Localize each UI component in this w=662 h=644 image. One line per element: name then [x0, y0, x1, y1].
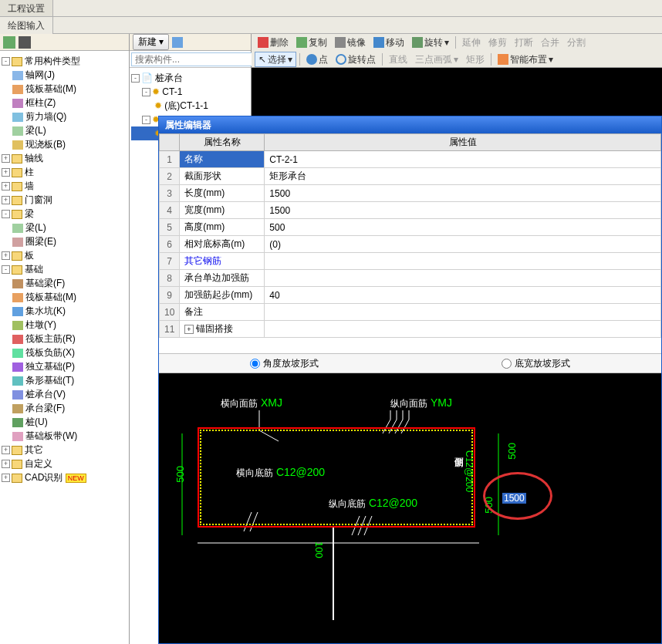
- prop-name[interactable]: 备注: [180, 304, 265, 321]
- mid-tool-icon[interactable]: [172, 37, 183, 48]
- smart-layout-button[interactable]: 智能布置 ▾: [495, 52, 556, 67]
- prop-name[interactable]: 高度(mm): [180, 219, 265, 236]
- tree-raft[interactable]: 筏板基础(M): [25, 83, 76, 94]
- raft2-icon: [12, 293, 23, 302]
- tree-cols[interactable]: 柱: [25, 167, 34, 177]
- rotate-icon: [412, 37, 423, 48]
- tree-iso-found[interactable]: 独立基础(P): [25, 361, 75, 372]
- cap-beam-icon: [12, 404, 23, 413]
- tree-beam-group[interactable]: 梁: [25, 208, 34, 219]
- tree-sump[interactable]: 集水坑(K): [25, 305, 66, 316]
- trim-button: 修剪: [485, 35, 510, 50]
- raft-icon: [12, 85, 23, 94]
- prop-value[interactable]: 1500: [265, 185, 661, 202]
- tree-pile-cap[interactable]: 桩承台(V): [25, 389, 66, 400]
- tree-axis-grid[interactable]: 轴网(J): [25, 69, 55, 80]
- radio-width-slope[interactable]: 底宽放坡形式: [502, 357, 570, 370]
- tab-drawing-input[interactable]: 绘图输入: [0, 17, 53, 34]
- tree-strip-found[interactable]: 条形基础(T): [25, 375, 74, 386]
- tree-beam-l[interactable]: 梁(L): [25, 222, 46, 233]
- prop-value[interactable]: 500: [265, 219, 661, 236]
- mirror-button[interactable]: 镜像: [332, 35, 369, 50]
- tree-foundation[interactable]: 基础: [25, 264, 43, 275]
- beam-icon: [12, 126, 23, 136]
- tree-beam[interactable]: 梁(L): [25, 125, 46, 136]
- move-button[interactable]: 移动: [370, 35, 407, 50]
- tree-openings[interactable]: 门窗洞: [25, 194, 52, 205]
- tree-root[interactable]: 常用构件类型: [25, 56, 80, 66]
- section-canvas[interactable]: 横向面筋 XMJ 纵向面筋 YMJ 横向底筋 C12@200 纵向底筋 C12@…: [159, 373, 661, 643]
- delete-icon: [258, 37, 269, 48]
- prop-value[interactable]: (0): [265, 236, 661, 253]
- prop-value[interactable]: 40: [265, 287, 661, 304]
- tree-pier[interactable]: 柱墩(Y): [25, 319, 56, 330]
- tree-ring-beam[interactable]: 圈梁(E): [25, 236, 56, 247]
- tree-cap-beam[interactable]: 承台梁(F): [25, 403, 65, 413]
- prop-name[interactable]: 宽度(mm): [180, 202, 265, 219]
- merge-button: 合并: [538, 35, 562, 50]
- dim-500-right: 500: [506, 443, 518, 460]
- new-badge: NEW: [66, 474, 86, 483]
- prop-value[interactable]: 矩形承台: [265, 168, 661, 185]
- tree-found-strip[interactable]: 基础板带(W): [25, 430, 77, 441]
- wall-icon: [12, 113, 23, 122]
- search-input[interactable]: [131, 52, 255, 66]
- point-icon: [306, 54, 317, 65]
- rect-button: 矩形: [463, 52, 488, 67]
- rotation-point-button[interactable]: 旋转点: [333, 52, 379, 67]
- prop-name[interactable]: 长度(mm): [180, 185, 265, 202]
- extend-button: 延伸: [459, 35, 484, 50]
- found-strip-icon: [12, 432, 23, 441]
- prop-value[interactable]: [265, 253, 661, 270]
- radio-angle-slope[interactable]: 角度放坡形式: [250, 357, 319, 370]
- tree-shear-wall[interactable]: 剪力墙(Q): [25, 111, 66, 122]
- raft-main-icon: [12, 335, 23, 344]
- copy-icon: [296, 37, 307, 48]
- tree-walls[interactable]: 墙: [25, 180, 34, 191]
- tree-slab-group[interactable]: 板: [25, 250, 34, 261]
- delete-button[interactable]: 删除: [255, 35, 292, 50]
- tree-slab[interactable]: 现浇板(B): [25, 139, 66, 150]
- fb-icon: [12, 279, 23, 288]
- rotation-point-icon: [336, 54, 346, 65]
- prop-name[interactable]: 其它钢筋: [180, 253, 265, 270]
- tree-other[interactable]: 其它: [25, 444, 43, 455]
- point-button[interactable]: 点: [303, 52, 331, 67]
- tree-found-beam[interactable]: 基础梁(F): [25, 278, 65, 288]
- prop-name[interactable]: 加强筋起步(mm): [180, 287, 265, 304]
- tree-pile[interactable]: 桩(U): [25, 416, 48, 427]
- tab-engineering-settings[interactable]: 工程设置: [0, 0, 53, 16]
- new-button[interactable]: 新建 ▾: [133, 34, 169, 50]
- tree-custom[interactable]: 自定义: [25, 458, 52, 469]
- property-grid[interactable]: 属性名称属性值 1名称CT-2-12截面形状矩形承台3长度(mm)15004宽度…: [159, 133, 661, 338]
- prop-value[interactable]: [265, 304, 661, 321]
- mid-root[interactable]: 桩承台: [155, 72, 183, 83]
- prop-value[interactable]: CT-2-1: [265, 151, 661, 168]
- dim-100: 100: [313, 541, 325, 558]
- copy-button[interactable]: 复制: [293, 35, 330, 50]
- component-tree[interactable]: -常用构件类型 轴网(J) 筏板基础(M) 框柱(Z) 剪力墙(Q) 梁(L) …: [0, 51, 129, 644]
- prop-name[interactable]: 名称: [180, 151, 265, 168]
- tree-cad[interactable]: CAD识别: [25, 472, 62, 483]
- prop-value[interactable]: 1500: [265, 202, 661, 219]
- mid-ct1[interactable]: CT-1: [162, 86, 182, 97]
- split-button: 分割: [564, 35, 589, 50]
- tree-frame-col[interactable]: 框柱(Z): [25, 97, 56, 108]
- rotate-button[interactable]: 旋转 ▾: [409, 35, 452, 50]
- tree-raft2[interactable]: 筏板基础(M): [25, 292, 76, 302]
- left-tool-1[interactable]: [3, 36, 15, 49]
- tree-raft-main[interactable]: 筏板主筋(R): [25, 333, 76, 344]
- prop-name[interactable]: + 锚固搭接: [180, 321, 265, 338]
- prop-name[interactable]: 截面形状: [180, 168, 265, 185]
- prop-name[interactable]: 相对底标高(m): [180, 236, 265, 253]
- select-button[interactable]: ↖ 选择 ▾: [255, 52, 296, 67]
- arc-button: 三点画弧 ▾: [412, 52, 461, 67]
- tree-raft-neg[interactable]: 筏板负筋(X): [25, 347, 75, 358]
- prop-value[interactable]: [265, 270, 661, 287]
- tree-axis[interactable]: 轴线: [25, 153, 43, 164]
- mid-ct1-1[interactable]: (底)CT-1-1: [164, 100, 208, 111]
- prop-name[interactable]: 承台单边加强筋: [180, 270, 265, 287]
- dim-500-left: 500: [174, 466, 186, 483]
- left-tool-2[interactable]: [19, 36, 31, 49]
- prop-value[interactable]: [265, 321, 661, 338]
